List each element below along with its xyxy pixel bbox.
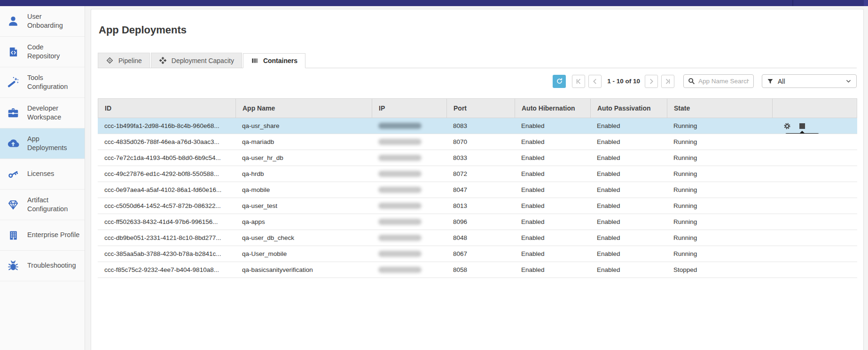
column-header-app-name: App Name	[236, 99, 372, 118]
sidebar: UserOnboarding CodeRepository ToolsConfi…	[0, 6, 85, 350]
table-row[interactable]: ccc-db9be051-2331-4121-8c10-8bd277... qa…	[98, 230, 857, 246]
last-page-button[interactable]	[661, 75, 674, 88]
cell-auto-hibernation: Enabled	[515, 230, 590, 246]
sidebar-item-artifact-configuration[interactable]: ArtifactConfiguration	[0, 190, 85, 220]
briefcase-icon	[6, 107, 20, 119]
redacted-ip	[378, 267, 422, 273]
tab-label: Deployment Capacity	[172, 57, 234, 64]
cell-app-name: qa-usr_share	[235, 118, 372, 134]
sidebar-item-label: ToolsConfiguration	[27, 73, 68, 91]
chevron-right-icon	[648, 78, 655, 85]
cell-auto-passivation: Enabled	[590, 134, 667, 150]
cell-port: 8058	[446, 262, 515, 278]
cell-auto-passivation: Enabled	[590, 230, 667, 246]
cell-auto-hibernation: Enabled	[515, 214, 590, 230]
sidebar-item-label: ArtifactConfiguration	[27, 196, 68, 214]
cell-auto-hibernation: Enabled	[515, 246, 590, 262]
sidebar-item-developer-workspace[interactable]: DeveloperWorkspace	[0, 98, 85, 128]
cell-id: ccc-ff502633-8432-41d4-97b6-996156...	[98, 214, 235, 230]
diamond-icon	[6, 199, 20, 211]
refresh-button[interactable]	[553, 75, 566, 88]
sidebar-item-licenses[interactable]: Licenses	[0, 159, 85, 190]
cell-ip	[372, 118, 446, 134]
column-header-actions	[773, 99, 858, 118]
key-icon	[6, 168, 20, 180]
cell-auto-hibernation: Enabled	[515, 198, 590, 214]
column-header-auto-passivation: Auto Passivation	[591, 99, 667, 118]
cell-app-name: qa-user_test	[235, 198, 372, 214]
cell-auto-passivation: Enabled	[590, 182, 667, 198]
search-input[interactable]	[698, 78, 749, 85]
search-icon	[688, 78, 695, 85]
cell-port: 8083	[446, 118, 515, 134]
table-header-row: ID App Name IP Port Auto Hibernation Aut…	[98, 98, 857, 118]
tab-label: Containers	[263, 57, 297, 64]
redacted-ip	[378, 219, 422, 225]
cell-ip	[372, 262, 446, 278]
cell-auto-hibernation: Enabled	[515, 134, 590, 150]
cell-state: Running	[667, 166, 772, 182]
cell-app-name: qa-User_mobile	[235, 246, 372, 262]
first-page-icon	[575, 78, 582, 85]
table-row[interactable]: ccc-f85c75c2-9232-4ee7-b404-9810a8... qa…	[98, 262, 857, 278]
settings-gear-icon[interactable]	[783, 122, 791, 130]
table-row[interactable]: ccc-385aa5ab-3788-4230-b78a-b2841c... qa…	[98, 246, 857, 262]
tab-pipeline[interactable]: Pipeline	[98, 53, 150, 68]
cell-port: 8048	[446, 230, 515, 246]
previous-page-button[interactable]	[588, 75, 602, 88]
cell-actions: Hibernate	[772, 118, 857, 134]
sidebar-item-label: DeveloperWorkspace	[27, 104, 61, 122]
refresh-icon	[556, 78, 563, 85]
cell-app-name: qa-apps	[235, 214, 372, 230]
last-page-icon	[665, 78, 671, 85]
table-row[interactable]: ccc-1b499fa1-2d98-416b-8c4b-960e68... qa…	[98, 118, 857, 134]
cell-auto-hibernation: Enabled	[515, 166, 590, 182]
filter-dropdown[interactable]: All	[762, 74, 857, 88]
main-content-card: App Deployments Pipeline Deployment Capa…	[91, 9, 864, 350]
sidebar-item-user-onboarding[interactable]: UserOnboarding	[0, 6, 85, 37]
tab-deployment-capacity[interactable]: Deployment Capacity	[151, 53, 242, 68]
table-row[interactable]: ccc-4835d026-788f-46ea-a76d-30aac3... qa…	[98, 134, 857, 150]
cell-ip	[372, 150, 446, 166]
cell-id: ccc-385aa5ab-3788-4230-b78a-b2841c...	[98, 246, 235, 262]
sidebar-item-label: Licenses	[27, 169, 54, 178]
column-header-id: ID	[98, 99, 236, 118]
sidebar-item-tools-configuration[interactable]: ToolsConfiguration	[0, 67, 85, 98]
cell-ip	[372, 166, 446, 182]
cell-state: Running	[667, 150, 772, 166]
cell-auto-passivation: Enabled	[590, 246, 667, 262]
table-row[interactable]: ccc-0e97aea4-a5af-4102-86a1-fd60e16... q…	[98, 182, 857, 198]
bug-icon	[6, 260, 20, 272]
sidebar-item-troubleshooting[interactable]: Troubleshooting	[0, 251, 85, 281]
table-row[interactable]: ccc-49c27876-ed1c-4292-b0f8-550588... qa…	[98, 166, 857, 182]
topbar-divider	[792, 0, 793, 6]
cell-port: 8033	[446, 150, 515, 166]
cell-id: ccc-db9be051-2331-4121-8c10-8bd277...	[98, 230, 235, 246]
tab-containers[interactable]: Containers	[243, 53, 305, 68]
cell-actions	[772, 246, 857, 262]
column-header-state: State	[667, 99, 773, 118]
table-row[interactable]: ccc-ff502633-8432-41d4-97b6-996156... qa…	[98, 214, 857, 230]
cell-app-name: qa-hrdb	[235, 166, 372, 182]
sidebar-item-enterprise-profile[interactable]: Enterprise Profile	[0, 220, 85, 251]
hibernate-stop-icon[interactable]	[799, 123, 805, 129]
top-navigation-bar	[0, 0, 868, 6]
table-row[interactable]: ccc-7e72c1da-4193-4b05-b8d0-6b9c54... qa…	[98, 150, 857, 166]
chevron-down-icon	[845, 78, 852, 84]
cell-auto-hibernation: Enabled	[515, 182, 590, 198]
sidebar-item-app-deployments[interactable]: AppDeployments	[0, 128, 85, 159]
topbar-end-segment	[864, 0, 868, 6]
next-page-button[interactable]	[645, 75, 658, 88]
cell-state: Running	[667, 214, 772, 230]
cell-app-name: qa-user_db_check	[235, 230, 372, 246]
magic-wand-icon	[6, 76, 20, 88]
cell-state: Running	[667, 198, 772, 214]
sidebar-item-code-repository[interactable]: CodeRepository	[0, 37, 85, 67]
first-page-button[interactable]	[572, 75, 585, 88]
cell-actions	[772, 262, 857, 278]
tab-bar: Pipeline Deployment Capacity Containers	[98, 53, 857, 68]
table-row[interactable]: ccc-c5050d64-1452-4c57-872b-086322... qa…	[98, 198, 857, 214]
cell-app-name: qa-mobile	[235, 182, 372, 198]
cell-app-name: qa-basicsanityverification	[235, 262, 372, 278]
cell-state: Running	[667, 118, 772, 134]
